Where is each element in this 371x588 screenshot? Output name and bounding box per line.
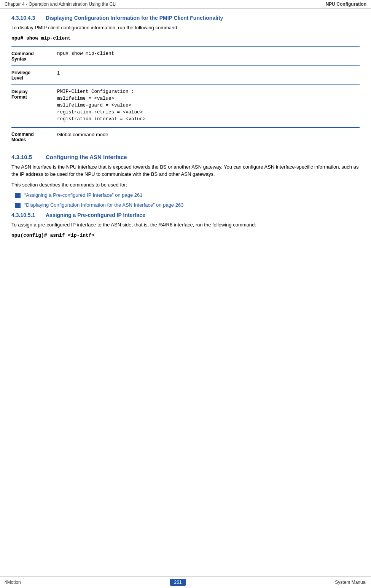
section-4-3-10-4-3-num: 4.3.10.4.3 (11, 15, 46, 21)
bullet-link-1[interactable]: “Assigning a Pre-configured IP Interface… (24, 192, 143, 198)
footer-left-text: 4Motion (5, 580, 21, 585)
display-format-line1: PMIP-Client Configuration : (57, 89, 355, 94)
command-arg: <ip-intf> (65, 233, 94, 238)
label-display-format: DisplayFormat (11, 85, 57, 127)
row-command-modes: CommandModes Global command mode (11, 127, 360, 146)
bullet-icon-1 (15, 193, 21, 198)
section-4-3-10-5-1-command: npu(config)# asnif <ip-intf> (11, 233, 360, 238)
section-4-3-10-5-1-heading: 4.3.10.5.1 Assigning a Pre-configured IP… (11, 212, 360, 218)
display-format-line4: registration-retries = <value> (57, 110, 355, 115)
section-4-3-10-5-para2: This section describes the commands to b… (11, 181, 360, 189)
section-4-3-10-4-3-title: Displaying Configuration Information for… (46, 15, 223, 21)
bullet-item-1: “Assigning a Pre-configured IP Interface… (15, 192, 360, 198)
header-right-text: NPU Configuration (326, 2, 366, 7)
main-content: 4.3.10.4.3 Displaying Configuration Info… (0, 9, 371, 265)
page-header: Chapter 4 - Operation and Administration… (0, 0, 371, 9)
section-4-3-10-5-heading: 4.3.10.5 Configuring the ASN Interface (11, 154, 360, 160)
section-4-3-10-5-title: Configuring the ASN Interface (46, 154, 127, 160)
footer-page-number: 261 (170, 579, 185, 586)
section-4-3-10-5-1-num: 4.3.10.5.1 (11, 212, 46, 218)
section-4-3-10-4-3-heading: 4.3.10.4.3 Displaying Configuration Info… (11, 15, 360, 21)
bullet-link-2[interactable]: “Displaying Configuration Information fo… (24, 202, 183, 208)
label-command-syntax: CommandSyntax (11, 47, 57, 66)
header-left-text: Chapter 4 - Operation and Administration… (5, 2, 116, 7)
page-footer: 4Motion 261 System Manual (0, 576, 371, 588)
footer-right-text: System Manual (335, 580, 366, 585)
section-4-3-10-5-bullets: “Assigning a Pre-configured IP Interface… (15, 192, 360, 208)
value-command-modes: Global command mode (57, 127, 360, 146)
row-privilege-level: PrivilegeLevel 1 (11, 66, 360, 85)
value-command-syntax: npu# show mip-client (57, 47, 360, 66)
row-display-format: DisplayFormat PMIP-Client Configuration … (11, 85, 360, 127)
display-format-line5: registration-interval = <value> (57, 116, 355, 122)
command-syntax-value: npu# show mip-client (57, 51, 355, 56)
section-4-3-10-5-para1: The ASN interface is the NPU interface t… (11, 163, 360, 178)
value-display-format: PMIP-Client Configuration : mslifetime =… (57, 85, 360, 127)
row-command-syntax: CommandSyntax npu# show mip-client (11, 47, 360, 66)
value-privilege-level: 1 (57, 66, 360, 85)
section-4-3-10-5-1-title: Assigning a Pre-configured IP Interface (46, 212, 145, 218)
section-4-3-10-4-3-intro: To display PMIP client configuration inf… (11, 24, 360, 32)
display-format-line2: mslifetime = <value> (57, 96, 355, 101)
section-4-3-10-5-1-para: To assign a pre-configured IP interface … (11, 221, 360, 229)
label-command-modes: CommandModes (11, 127, 57, 146)
info-table-4-3-10-4-3: CommandSyntax npu# show mip-client Privi… (11, 46, 360, 146)
bullet-icon-2 (15, 203, 21, 208)
section-4-3-10-5-num: 4.3.10.5 (11, 154, 46, 160)
command-label: npu(config)# asnif (11, 233, 65, 238)
section-4-3-10-4-3-command: npu# show mip-client (11, 35, 360, 41)
display-format-line3: mslifetime-guard = <value> (57, 103, 355, 108)
bullet-item-2: “Displaying Configuration Information fo… (15, 202, 360, 208)
label-privilege-level: PrivilegeLevel (11, 66, 57, 85)
